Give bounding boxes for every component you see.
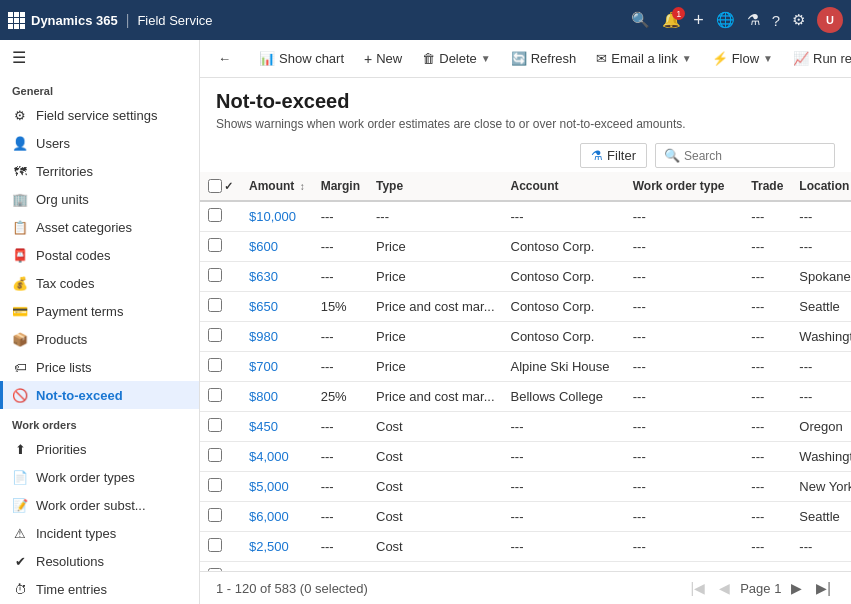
row-checkbox-cell[interactable]	[200, 532, 241, 562]
cell-amount[interactable]: $10,000	[241, 201, 313, 232]
row-checkbox-cell[interactable]	[200, 352, 241, 382]
amount-link[interactable]: $6,000	[249, 509, 289, 524]
col-margin[interactable]: Margin	[313, 172, 368, 201]
amount-link[interactable]: $650	[249, 299, 278, 314]
sidebar-item-postal-codes[interactable]: 📮 Postal codes	[0, 241, 199, 269]
row-checkbox-cell[interactable]	[200, 502, 241, 532]
row-checkbox[interactable]	[208, 268, 222, 282]
funnel-button[interactable]: ⚗	[747, 11, 760, 29]
cell-amount[interactable]: $5,000	[241, 472, 313, 502]
last-page-button[interactable]: ▶|	[812, 578, 835, 598]
row-checkbox[interactable]	[208, 298, 222, 312]
search-input[interactable]	[684, 149, 826, 163]
email-link-button[interactable]: ✉ Email a link ▼	[588, 47, 699, 70]
cell-amount[interactable]: $650	[241, 292, 313, 322]
amount-link[interactable]: $630	[249, 269, 278, 284]
search-button[interactable]: 🔍	[631, 11, 650, 29]
col-trade[interactable]: Trade	[743, 172, 791, 201]
row-checkbox-cell[interactable]	[200, 292, 241, 322]
sidebar-item-incident-types[interactable]: ⚠ Incident types	[0, 519, 199, 547]
amount-link[interactable]: $600	[249, 239, 278, 254]
cell-amount[interactable]: $980	[241, 322, 313, 352]
select-all-checkbox[interactable]	[208, 179, 222, 193]
cell-amount[interactable]: $6,000	[241, 502, 313, 532]
row-checkbox-cell[interactable]	[200, 562, 241, 572]
row-checkbox[interactable]	[208, 238, 222, 252]
amount-link[interactable]: $4,000	[249, 449, 289, 464]
amount-link[interactable]: $5,000	[249, 479, 289, 494]
sidebar-item-not-to-exceed[interactable]: 🚫 Not-to-exceed	[0, 381, 199, 409]
run-report-button[interactable]: 📈 Run report	[785, 47, 851, 70]
help-button[interactable]: ?	[772, 12, 780, 29]
row-checkbox[interactable]	[208, 418, 222, 432]
row-checkbox[interactable]	[208, 358, 222, 372]
sidebar-item-asset-categories[interactable]: 📋 Asset categories	[0, 213, 199, 241]
prev-page-button[interactable]: ◀	[715, 578, 734, 598]
globe-button[interactable]: 🌐	[716, 11, 735, 29]
settings-button[interactable]: ⚙	[792, 11, 805, 29]
col-wo-type[interactable]: Work order type	[625, 172, 744, 201]
col-type[interactable]: Type	[368, 172, 503, 201]
row-checkbox-cell[interactable]	[200, 442, 241, 472]
select-all-header[interactable]: ✓	[200, 172, 241, 201]
sidebar-item-products[interactable]: 📦 Products	[0, 325, 199, 353]
next-page-button[interactable]: ▶	[787, 578, 806, 598]
show-chart-button[interactable]: 📊 Show chart	[251, 47, 352, 70]
row-checkbox[interactable]	[208, 538, 222, 552]
app-logo[interactable]: Dynamics 365	[8, 12, 118, 29]
row-checkbox[interactable]	[208, 508, 222, 522]
first-page-button[interactable]: |◀	[687, 578, 710, 598]
row-checkbox-cell[interactable]	[200, 472, 241, 502]
row-checkbox-cell[interactable]	[200, 412, 241, 442]
cell-amount[interactable]: $700	[241, 562, 313, 572]
amount-link[interactable]: $800	[249, 389, 278, 404]
row-checkbox-cell[interactable]	[200, 262, 241, 292]
amount-link[interactable]: $700	[249, 359, 278, 374]
cell-amount[interactable]: $630	[241, 262, 313, 292]
delete-button[interactable]: 🗑 Delete ▼	[414, 47, 498, 70]
row-checkbox[interactable]	[208, 448, 222, 462]
cell-amount[interactable]: $450	[241, 412, 313, 442]
sidebar-item-work-order-types[interactable]: 📄 Work order types	[0, 463, 199, 491]
sidebar-item-price-lists[interactable]: 🏷 Price lists	[0, 353, 199, 381]
row-checkbox-cell[interactable]	[200, 382, 241, 412]
cell-amount[interactable]: $4,000	[241, 442, 313, 472]
sidebar-item-time-entries[interactable]: ⏱ Time entries	[0, 575, 199, 603]
sidebar-item-payment-terms[interactable]: 💳 Payment terms	[0, 297, 199, 325]
sidebar-item-tax-codes[interactable]: 💰 Tax codes	[0, 269, 199, 297]
amount-link[interactable]: $10,000	[249, 209, 296, 224]
amount-link[interactable]: $980	[249, 329, 278, 344]
new-button[interactable]: + New	[356, 47, 410, 71]
cell-amount[interactable]: $2,500	[241, 532, 313, 562]
row-checkbox[interactable]	[208, 208, 222, 222]
user-avatar[interactable]: U	[817, 7, 843, 33]
col-location[interactable]: Location	[791, 172, 851, 201]
sidebar-item-priorities[interactable]: ⬆ Priorities	[0, 435, 199, 463]
cell-amount[interactable]: $600	[241, 232, 313, 262]
notifications-button[interactable]: 🔔 1	[662, 11, 681, 29]
row-checkbox[interactable]	[208, 328, 222, 342]
sidebar-item-territories[interactable]: 🗺 Territories	[0, 157, 199, 185]
flow-button[interactable]: ⚡ Flow ▼	[704, 47, 781, 70]
refresh-button[interactable]: 🔄 Refresh	[503, 47, 585, 70]
col-account[interactable]: Account	[503, 172, 625, 201]
sidebar-item-work-order-subst[interactable]: 📝 Work order subst...	[0, 491, 199, 519]
sidebar-item-resolutions[interactable]: ✔ Resolutions	[0, 547, 199, 575]
row-checkbox[interactable]	[208, 388, 222, 402]
sidebar-item-users[interactable]: 👤 Users	[0, 129, 199, 157]
row-checkbox-cell[interactable]	[200, 322, 241, 352]
row-checkbox[interactable]	[208, 478, 222, 492]
back-button[interactable]: ←	[210, 47, 239, 70]
amount-link[interactable]: $2,500	[249, 539, 289, 554]
sidebar-item-org-units[interactable]: 🏢 Org units	[0, 185, 199, 213]
add-button[interactable]: +	[693, 10, 704, 31]
sidebar-hamburger[interactable]: ☰	[0, 40, 199, 75]
row-checkbox-cell[interactable]	[200, 232, 241, 262]
row-checkbox-cell[interactable]	[200, 201, 241, 232]
cell-amount[interactable]: $700	[241, 352, 313, 382]
filter-button[interactable]: ⚗ Filter	[580, 143, 647, 168]
col-amount[interactable]: Amount ↕	[241, 172, 313, 201]
amount-link[interactable]: $450	[249, 419, 278, 434]
sidebar-item-field-service-settings[interactable]: ⚙ Field service settings	[0, 101, 199, 129]
cell-amount[interactable]: $800	[241, 382, 313, 412]
